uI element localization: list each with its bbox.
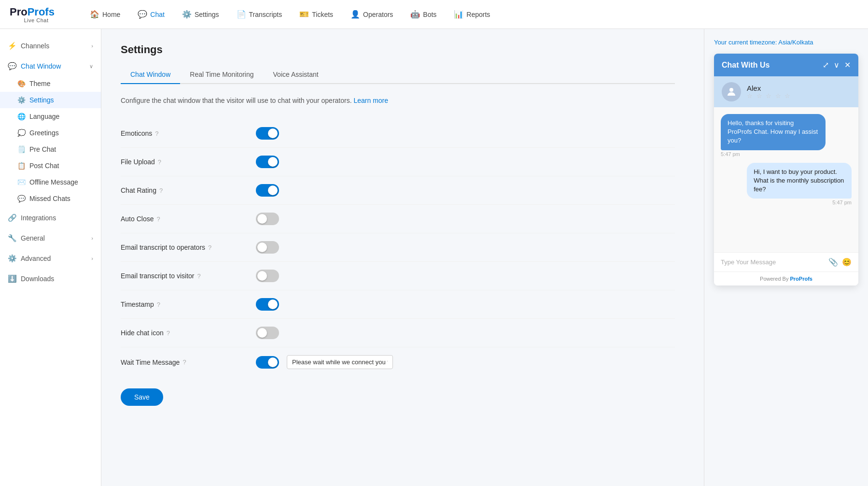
chevron-right-icon: › <box>91 43 93 49</box>
sidebar-chatwindow[interactable]: 💬 Chat Window ∨ <box>0 57 101 75</box>
operators-icon: 👤 <box>350 10 360 19</box>
chat-icon: 💬 <box>138 10 147 19</box>
nav-home[interactable]: 🏠 Home <box>82 6 128 23</box>
sidebar-settings-label: Settings <box>29 96 54 104</box>
learn-more-link[interactable]: Learn more <box>353 97 388 104</box>
chat-input-placeholder[interactable]: Type Your Message <box>721 258 828 266</box>
setting-row-hide-chat-icon: Hide chat icon ? <box>121 319 675 347</box>
nav-tickets[interactable]: 🎫 Tickets <box>292 6 341 23</box>
logo-subtitle: Live Chat <box>10 17 63 23</box>
sidebar-section-channels: ⚡ Channels › <box>0 37 101 55</box>
nav-transcripts-label: Transcripts <box>249 11 282 18</box>
expand-icon[interactable]: ⤢ <box>823 60 829 70</box>
user-message: Hi, I want to buy your product. What is … <box>747 163 852 199</box>
auto-close-toggle[interactable] <box>256 213 279 225</box>
sidebar-item-missedchats[interactable]: 💬 Missed Chats <box>0 190 101 207</box>
wait-time-message-input[interactable] <box>287 355 393 369</box>
prechat-icon: 🗒️ <box>17 145 26 153</box>
auto-close-label: Auto Close <box>121 215 154 223</box>
sidebar-section-advanced: ⚙️ Advanced › <box>0 249 101 268</box>
sidebar-language-label: Language <box>29 113 59 120</box>
nav-items: 🏠 Home 💬 Chat ⚙️ Settings 📄 Transcripts … <box>82 6 498 23</box>
nav-bots[interactable]: 🤖 Bots <box>403 6 444 23</box>
sidebar-advanced[interactable]: ⚙️ Advanced › <box>0 249 101 268</box>
svg-point-0 <box>729 88 733 92</box>
save-button[interactable]: Save <box>121 388 163 406</box>
sidebar-item-offlinemessage[interactable]: ✉️ Offline Message <box>0 174 101 190</box>
sidebar-item-postchat[interactable]: 📋 Post Chat <box>0 157 101 174</box>
chatwindow-icon: 💬 <box>8 62 17 71</box>
bot-message-time: 5:47 pm <box>721 151 852 157</box>
sidebar-postchat-label: Post Chat <box>29 162 59 170</box>
sidebar-item-settings[interactable]: ⚙️ Settings <box>0 92 101 108</box>
chat-messages: Hello, thanks for visiting ProProfs Chat… <box>714 107 858 252</box>
nav-settings-label: Settings <box>195 11 219 18</box>
nav-transcripts[interactable]: 📄 Transcripts <box>229 6 290 23</box>
hide-chat-icon-label: Hide chat icon <box>121 329 164 337</box>
description: Configure the chat window that the visit… <box>121 96 675 106</box>
chat-header: Chat With Us ⤢ ∨ ✕ <box>714 54 858 76</box>
timestamp-toggle[interactable] <box>256 298 279 311</box>
chat-widget: Chat With Us ⤢ ∨ ✕ Alex ☆ ☆ ☆ ☆ ☆ He <box>714 54 858 286</box>
sidebar-channels[interactable]: ⚡ Channels › <box>0 37 101 55</box>
advanced-icon: ⚙️ <box>8 254 17 263</box>
nav-reports[interactable]: 📊 Reports <box>446 6 498 23</box>
email-transcript-visitor-toggle[interactable] <box>256 270 279 282</box>
file-upload-toggle[interactable] <box>256 156 279 168</box>
chat-header-title: Chat With Us <box>722 61 770 70</box>
close-icon[interactable]: ✕ <box>844 60 851 70</box>
email-transcript-operators-toggle[interactable] <box>256 241 279 254</box>
nav-settings[interactable]: ⚙️ Settings <box>174 6 227 23</box>
nav-chat[interactable]: 💬 Chat <box>130 6 172 23</box>
sidebar-downloads[interactable]: ⬇️ Downloads <box>0 270 101 288</box>
settings-icon: ⚙️ <box>182 10 192 19</box>
sidebar-general[interactable]: 🔧 General › <box>0 229 101 247</box>
emoticons-label: Emoticons <box>121 129 152 137</box>
email-transcript-operators-label: Email transcript to operators <box>121 243 205 251</box>
chat-input-bar: Type Your Message 📎 😊 <box>714 252 858 272</box>
sidebar-integrations[interactable]: 🔗 Integrations <box>0 209 101 227</box>
language-icon: 🌐 <box>17 113 26 120</box>
user-message-wrap: Hi, I want to buy your product. What is … <box>721 163 852 206</box>
setting-row-auto-close: Auto Close ? <box>121 205 675 233</box>
sidebar-prechat-label: Pre Chat <box>29 145 56 153</box>
home-icon: 🏠 <box>90 10 99 19</box>
minimize-icon[interactable]: ∨ <box>834 60 840 70</box>
nav-tickets-label: Tickets <box>312 11 333 18</box>
wait-time-message-toggle[interactable] <box>256 356 279 369</box>
sidebar-missedchats-label: Missed Chats <box>29 195 70 202</box>
sidebar-item-language[interactable]: 🌐 Language <box>0 108 101 125</box>
chat-rating-label: Chat Rating <box>121 186 156 194</box>
chevron-right-general-icon: › <box>91 235 93 241</box>
wait-time-message-label: Wait Time Message <box>121 358 180 366</box>
nav-operators[interactable]: 👤 Operators <box>343 6 401 23</box>
sidebar-item-theme[interactable]: 🎨 Theme <box>0 75 101 92</box>
layout: ⚡ Channels › 💬 Chat Window ∨ 🎨 Theme ⚙️ <box>0 29 868 486</box>
sidebar-channels-label: Channels <box>21 42 49 50</box>
emoticons-help-icon: ? <box>155 130 158 137</box>
logo-pro: Pro <box>10 6 28 18</box>
agent-avatar <box>722 82 741 101</box>
sidebar-theme-label: Theme <box>29 80 51 87</box>
sidebar-item-prechat[interactable]: 🗒️ Pre Chat <box>0 141 101 157</box>
transcripts-icon: 📄 <box>237 10 246 19</box>
chevron-down-icon: ∨ <box>89 63 93 70</box>
chat-rating-toggle[interactable] <box>256 184 279 197</box>
attachment-icon[interactable]: 📎 <box>828 257 838 267</box>
setting-row-emoticons: Emoticons ? <box>121 119 675 148</box>
sidebar-section-chatwindow: 💬 Chat Window ∨ 🎨 Theme ⚙️ Settings 🌐 La… <box>0 57 101 207</box>
auto-close-help-icon: ? <box>156 215 160 223</box>
chat-input-icons: 📎 😊 <box>828 257 852 267</box>
sidebar-general-label: General <box>21 234 45 242</box>
sidebar-item-greetings[interactable]: 💭 Greetings <box>0 125 101 141</box>
general-icon: 🔧 <box>8 234 17 243</box>
nav-home-label: Home <box>102 11 120 18</box>
tab-realtime[interactable]: Real Time Monitoring <box>180 66 263 84</box>
hide-chat-icon-toggle[interactable] <box>256 327 279 339</box>
downloads-icon: ⬇️ <box>8 274 17 283</box>
emoji-icon[interactable]: 😊 <box>842 257 852 267</box>
sidebar-section-integrations: 🔗 Integrations <box>0 209 101 227</box>
emoticons-toggle[interactable] <box>256 127 279 140</box>
tab-voiceassistant[interactable]: Voice Assistant <box>264 66 328 84</box>
tab-chatwindow[interactable]: Chat Window <box>121 66 180 84</box>
